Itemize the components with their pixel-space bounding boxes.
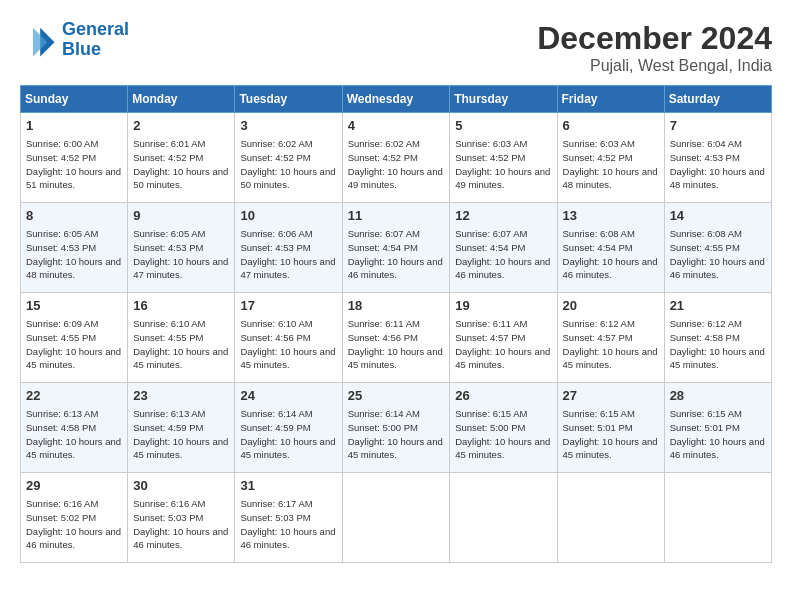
day-details: Sunrise: 6:15 AM Sunset: 5:01 PM Dayligh…	[563, 407, 659, 462]
calendar-week-row: 15 Sunrise: 6:09 AM Sunset: 4:55 PM Dayl…	[21, 293, 772, 383]
logo-icon	[20, 22, 56, 58]
day-details: Sunrise: 6:03 AM Sunset: 4:52 PM Dayligh…	[563, 137, 659, 192]
calendar-week-row: 22 Sunrise: 6:13 AM Sunset: 4:58 PM Dayl…	[21, 383, 772, 473]
day-details: Sunrise: 6:02 AM Sunset: 4:52 PM Dayligh…	[240, 137, 336, 192]
table-row: 29 Sunrise: 6:16 AM Sunset: 5:02 PM Dayl…	[21, 473, 128, 563]
day-details: Sunrise: 6:04 AM Sunset: 4:53 PM Dayligh…	[670, 137, 766, 192]
table-row: 23 Sunrise: 6:13 AM Sunset: 4:59 PM Dayl…	[128, 383, 235, 473]
day-number: 5	[455, 117, 551, 135]
header-saturday: Saturday	[664, 86, 771, 113]
calendar-subtitle: Pujali, West Bengal, India	[537, 57, 772, 75]
table-row: 25 Sunrise: 6:14 AM Sunset: 5:00 PM Dayl…	[342, 383, 450, 473]
table-row	[557, 473, 664, 563]
table-row: 1 Sunrise: 6:00 AM Sunset: 4:52 PM Dayli…	[21, 113, 128, 203]
day-details: Sunrise: 6:15 AM Sunset: 5:01 PM Dayligh…	[670, 407, 766, 462]
day-details: Sunrise: 6:08 AM Sunset: 4:54 PM Dayligh…	[563, 227, 659, 282]
day-details: Sunrise: 6:09 AM Sunset: 4:55 PM Dayligh…	[26, 317, 122, 372]
table-row: 17 Sunrise: 6:10 AM Sunset: 4:56 PM Dayl…	[235, 293, 342, 383]
day-number: 1	[26, 117, 122, 135]
day-number: 18	[348, 297, 445, 315]
day-number: 25	[348, 387, 445, 405]
header-tuesday: Tuesday	[235, 86, 342, 113]
day-details: Sunrise: 6:10 AM Sunset: 4:55 PM Dayligh…	[133, 317, 229, 372]
title-block: December 2024 Pujali, West Bengal, India	[537, 20, 772, 75]
header-friday: Friday	[557, 86, 664, 113]
day-details: Sunrise: 6:10 AM Sunset: 4:56 PM Dayligh…	[240, 317, 336, 372]
calendar-week-row: 1 Sunrise: 6:00 AM Sunset: 4:52 PM Dayli…	[21, 113, 772, 203]
day-details: Sunrise: 6:13 AM Sunset: 4:59 PM Dayligh…	[133, 407, 229, 462]
table-row: 13 Sunrise: 6:08 AM Sunset: 4:54 PM Dayl…	[557, 203, 664, 293]
table-row: 8 Sunrise: 6:05 AM Sunset: 4:53 PM Dayli…	[21, 203, 128, 293]
day-details: Sunrise: 6:01 AM Sunset: 4:52 PM Dayligh…	[133, 137, 229, 192]
day-details: Sunrise: 6:15 AM Sunset: 5:00 PM Dayligh…	[455, 407, 551, 462]
day-number: 3	[240, 117, 336, 135]
table-row: 3 Sunrise: 6:02 AM Sunset: 4:52 PM Dayli…	[235, 113, 342, 203]
calendar-title: December 2024	[537, 20, 772, 57]
day-number: 7	[670, 117, 766, 135]
header-sunday: Sunday	[21, 86, 128, 113]
table-row: 28 Sunrise: 6:15 AM Sunset: 5:01 PM Dayl…	[664, 383, 771, 473]
table-row	[342, 473, 450, 563]
day-number: 19	[455, 297, 551, 315]
logo-text: General Blue	[62, 20, 129, 60]
day-number: 10	[240, 207, 336, 225]
table-row	[664, 473, 771, 563]
day-details: Sunrise: 6:05 AM Sunset: 4:53 PM Dayligh…	[26, 227, 122, 282]
day-details: Sunrise: 6:11 AM Sunset: 4:56 PM Dayligh…	[348, 317, 445, 372]
day-details: Sunrise: 6:07 AM Sunset: 4:54 PM Dayligh…	[348, 227, 445, 282]
table-row: 10 Sunrise: 6:06 AM Sunset: 4:53 PM Dayl…	[235, 203, 342, 293]
table-row: 14 Sunrise: 6:08 AM Sunset: 4:55 PM Dayl…	[664, 203, 771, 293]
table-row: 4 Sunrise: 6:02 AM Sunset: 4:52 PM Dayli…	[342, 113, 450, 203]
table-row: 9 Sunrise: 6:05 AM Sunset: 4:53 PM Dayli…	[128, 203, 235, 293]
day-details: Sunrise: 6:17 AM Sunset: 5:03 PM Dayligh…	[240, 497, 336, 552]
table-row: 16 Sunrise: 6:10 AM Sunset: 4:55 PM Dayl…	[128, 293, 235, 383]
day-details: Sunrise: 6:11 AM Sunset: 4:57 PM Dayligh…	[455, 317, 551, 372]
table-row: 7 Sunrise: 6:04 AM Sunset: 4:53 PM Dayli…	[664, 113, 771, 203]
table-row: 18 Sunrise: 6:11 AM Sunset: 4:56 PM Dayl…	[342, 293, 450, 383]
table-row: 2 Sunrise: 6:01 AM Sunset: 4:52 PM Dayli…	[128, 113, 235, 203]
table-row: 26 Sunrise: 6:15 AM Sunset: 5:00 PM Dayl…	[450, 383, 557, 473]
day-details: Sunrise: 6:12 AM Sunset: 4:57 PM Dayligh…	[563, 317, 659, 372]
table-row: 27 Sunrise: 6:15 AM Sunset: 5:01 PM Dayl…	[557, 383, 664, 473]
day-number: 12	[455, 207, 551, 225]
table-row: 11 Sunrise: 6:07 AM Sunset: 4:54 PM Dayl…	[342, 203, 450, 293]
table-row: 24 Sunrise: 6:14 AM Sunset: 4:59 PM Dayl…	[235, 383, 342, 473]
day-number: 15	[26, 297, 122, 315]
day-details: Sunrise: 6:07 AM Sunset: 4:54 PM Dayligh…	[455, 227, 551, 282]
table-row	[450, 473, 557, 563]
day-number: 17	[240, 297, 336, 315]
table-row: 12 Sunrise: 6:07 AM Sunset: 4:54 PM Dayl…	[450, 203, 557, 293]
table-row: 21 Sunrise: 6:12 AM Sunset: 4:58 PM Dayl…	[664, 293, 771, 383]
logo-line1: General	[62, 19, 129, 39]
day-number: 8	[26, 207, 122, 225]
day-number: 28	[670, 387, 766, 405]
day-number: 23	[133, 387, 229, 405]
table-row: 30 Sunrise: 6:16 AM Sunset: 5:03 PM Dayl…	[128, 473, 235, 563]
logo-line2: Blue	[62, 39, 101, 59]
day-number: 20	[563, 297, 659, 315]
day-details: Sunrise: 6:05 AM Sunset: 4:53 PM Dayligh…	[133, 227, 229, 282]
logo: General Blue	[20, 20, 129, 60]
day-number: 27	[563, 387, 659, 405]
day-number: 21	[670, 297, 766, 315]
page-header: General Blue December 2024 Pujali, West …	[20, 20, 772, 75]
table-row: 20 Sunrise: 6:12 AM Sunset: 4:57 PM Dayl…	[557, 293, 664, 383]
day-number: 9	[133, 207, 229, 225]
day-details: Sunrise: 6:13 AM Sunset: 4:58 PM Dayligh…	[26, 407, 122, 462]
calendar-week-row: 8 Sunrise: 6:05 AM Sunset: 4:53 PM Dayli…	[21, 203, 772, 293]
day-number: 22	[26, 387, 122, 405]
day-number: 6	[563, 117, 659, 135]
day-number: 4	[348, 117, 445, 135]
table-row: 31 Sunrise: 6:17 AM Sunset: 5:03 PM Dayl…	[235, 473, 342, 563]
table-row: 15 Sunrise: 6:09 AM Sunset: 4:55 PM Dayl…	[21, 293, 128, 383]
day-details: Sunrise: 6:16 AM Sunset: 5:02 PM Dayligh…	[26, 497, 122, 552]
day-number: 26	[455, 387, 551, 405]
calendar-header-row: Sunday Monday Tuesday Wednesday Thursday…	[21, 86, 772, 113]
day-details: Sunrise: 6:08 AM Sunset: 4:55 PM Dayligh…	[670, 227, 766, 282]
day-details: Sunrise: 6:03 AM Sunset: 4:52 PM Dayligh…	[455, 137, 551, 192]
day-details: Sunrise: 6:06 AM Sunset: 4:53 PM Dayligh…	[240, 227, 336, 282]
day-number: 11	[348, 207, 445, 225]
day-number: 30	[133, 477, 229, 495]
day-details: Sunrise: 6:00 AM Sunset: 4:52 PM Dayligh…	[26, 137, 122, 192]
header-monday: Monday	[128, 86, 235, 113]
